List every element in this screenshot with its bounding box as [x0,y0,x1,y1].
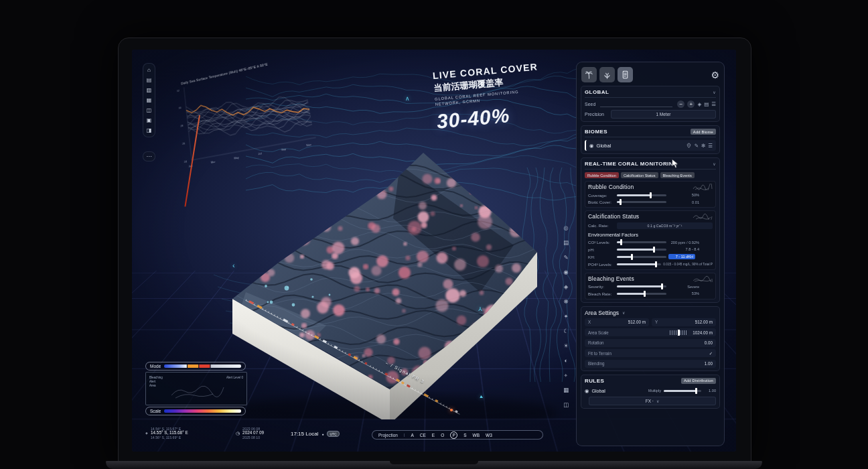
projection-p-selected[interactable]: P [450,431,457,439]
palm-tool-button[interactable] [581,67,597,82]
seed-decrement-button[interactable]: − [677,100,684,108]
seed-label: Seed [585,102,595,107]
area-settings-section: Area Settings∨ X512.00 m Y512.00 m Area … [581,306,720,371]
rubble-condition-block: Rubble Condition Coverage:50% Biotic Cov… [585,181,716,208]
area-x-input[interactable]: X512.00 m [585,318,649,326]
draw-icon[interactable]: ✎ [563,255,568,261]
sun-icon[interactable]: ☀ [563,343,569,349]
tab-calcification-status[interactable]: Calcification Status [621,172,658,178]
po4-slider[interactable] [617,263,661,265]
date-readout: ◷ 2023 06 08 2024 07 09 2025 08 10 [236,427,264,440]
precision-label: Precision [585,112,604,117]
palm-icon [584,70,594,80]
layers-icon[interactable]: ☰ [708,143,713,149]
coral-sketch-icon [693,184,713,190]
vegetation-icon[interactable]: ❋ [563,299,568,305]
area-scale-row[interactable]: Area Scale1024.00 m [585,328,716,336]
projection-ce[interactable]: CE [420,433,426,438]
area-y-input[interactable]: Y512.00 m [652,318,716,326]
projection-s[interactable]: S [463,433,466,438]
multiply-slider[interactable] [664,390,701,392]
eye-icon[interactable]: ◉ [585,388,589,394]
add-distribution-button[interactable]: Add Distribution [681,378,716,384]
locate-icon[interactable]: ◎ [563,225,568,231]
asset-tool-button[interactable] [618,67,633,82]
chevron-down-icon[interactable]: ∨ [713,90,716,94]
seed-increment-button[interactable]: + [687,100,695,108]
biotic-cover-slider[interactable] [617,201,666,203]
export-icon[interactable]: ◫ [147,107,152,113]
bleach-rate-slider[interactable] [617,293,666,295]
copy-icon[interactable]: ▤ [704,101,709,107]
rotation-row[interactable]: Rotation0.00 [585,339,716,347]
layers-icon[interactable]: ◨ [147,127,152,133]
tab-rubble-condition[interactable]: Rubble Condition [585,172,619,178]
focus-icon[interactable]: ⌖ [565,373,568,379]
chevron-down-icon[interactable]: ∨ [622,310,625,315]
visibility-icon[interactable]: ◉ [563,269,568,275]
seed-input[interactable] [600,102,672,107]
coverage-slider[interactable] [617,194,666,196]
chevron-down-icon[interactable]: ∨ [713,161,716,166]
axis-y-marker: Y [478,306,482,312]
precision-select[interactable]: 1 Meter [611,110,716,119]
precision-row: Precision 1 Meter [585,110,716,119]
monitoring-section: REAL-TIME CORAL MONITORING∨ Rubble Condi… [581,157,720,303]
local-time: 17:15 Local ● UTC [291,431,340,437]
axis-left-marker: ‹ [232,261,235,269]
scale-gradient-bar [164,409,241,413]
effects-icon[interactable]: ✦ [563,314,568,320]
fx-wand-icon[interactable]: ✻ [701,143,705,149]
edit-icon[interactable]: ✎ [695,143,699,149]
scale-tick-slider[interactable] [670,330,687,335]
folder-icon[interactable]: ▥ [147,87,152,93]
ellipsis-icon: ⋯ [147,153,152,159]
night-icon[interactable]: ☾ [563,328,569,334]
projection-a[interactable]: A [411,433,413,438]
add-biome-button[interactable]: Add Biome [691,129,716,135]
coordinates-readout: ⌖ 14.54° S, 115.67° E 14.55° S, 115.68° … [145,427,188,440]
palette-icon[interactable]: ◫ [563,402,569,408]
left-toolbar: ⌂ ▤ ▥ ▦ ◫ ▣ ◨ [143,63,155,137]
coral-sketch-icon [693,213,713,220]
layers-icon[interactable]: ▤ [563,240,569,246]
area-settings-title: Area Settings [585,310,619,316]
biome-row-global[interactable]: ◉ Global ✎ ✻ ☰ [585,140,716,151]
more-tools-button[interactable]: ⋯ [143,151,155,161]
co2-slider[interactable] [617,241,666,243]
contrast-icon[interactable]: ◐ [564,358,567,364]
bleaching-block: Bleaching Events Severity:Severe Bleach … [585,273,716,299]
severity-slider[interactable] [617,285,666,287]
gear-icon[interactable]: ⚙ [711,70,719,80]
pin-icon[interactable] [686,143,692,149]
rule-row-global: ◉ Global Multiply 1.00 [585,388,716,394]
cube-icon[interactable]: ◈ [697,101,701,107]
utc-badge[interactable]: UTC [327,431,339,437]
env-factors-title: Environmental Factors [588,232,713,238]
projection-wb[interactable]: WB [473,433,480,438]
projection-o[interactable]: O [441,433,444,438]
stack-icon[interactable]: ☰ [711,101,716,107]
projection-e[interactable]: E [432,433,435,438]
checkbox-checked-icon[interactable]: ✓ [709,351,713,356]
camera-icon[interactable]: ▣ [147,117,152,123]
projection-w3[interactable]: W3 [486,433,492,438]
kh-slider[interactable] [617,256,666,258]
save-icon[interactable]: ▦ [147,97,152,103]
biomes-title: BIOMES [585,129,607,135]
fit-to-terrain-row[interactable]: Fit to Terrain✓ [585,349,716,357]
ph-slider[interactable] [617,249,666,251]
coral-tool-button[interactable] [599,67,615,82]
tab-bleaching-events[interactable]: Bleaching Events [660,172,695,178]
rules-title: RULES [585,378,604,384]
geometry-icon[interactable]: ◈ [564,284,569,290]
blending-row[interactable]: Blending1.00 [585,360,716,368]
alert-minimap[interactable]: BleachingAlertArea Alert Level 0 [145,372,247,405]
document-icon[interactable]: ▤ [147,77,152,83]
home-icon[interactable]: ⌂ [147,67,151,73]
grid-icon[interactable]: ▦ [563,387,569,393]
fx-select[interactable]: FX ·∨ [589,397,716,405]
eye-icon[interactable]: ◉ [589,143,594,149]
mode-legend[interactable]: Mode [145,362,246,371]
scale-legend[interactable]: Scale [145,407,246,415]
